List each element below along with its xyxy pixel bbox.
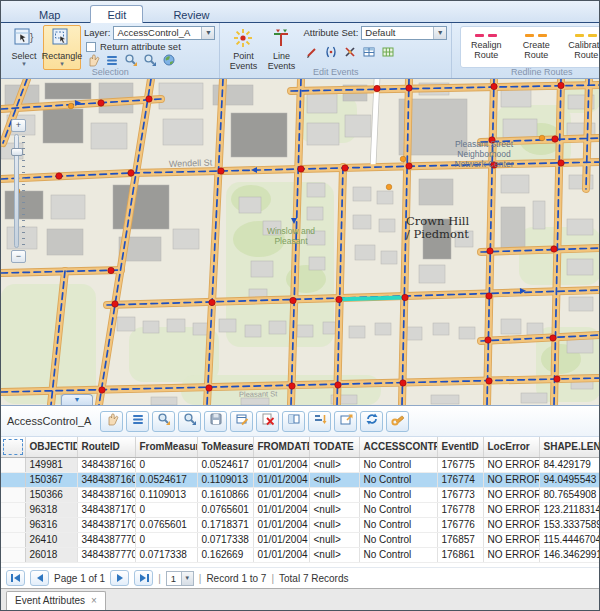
wrench-button[interactable]: [386, 411, 409, 432]
rectangle-tool-icon: [51, 28, 73, 50]
record-range-text: Record 1 to 7: [206, 573, 266, 584]
first-page-button[interactable]: [6, 570, 25, 586]
column-header[interactable]: RouteID: [77, 437, 135, 457]
layer-combobox[interactable]: AccessControl_A ▼: [113, 26, 215, 40]
column-header[interactable]: SHAPE.LEN: [539, 437, 600, 457]
row-selector[interactable]: [1, 472, 25, 487]
column-header[interactable]: ToMeasure: [197, 437, 253, 457]
column-header[interactable]: FROMDATE: [253, 437, 309, 457]
table-cell: No Control: [359, 517, 437, 532]
row-selector[interactable]: [1, 547, 25, 562]
table-cell: 34843877700: [77, 547, 135, 562]
last-page-button[interactable]: [134, 570, 153, 586]
zoom-in-button[interactable]: +: [11, 119, 26, 132]
column-header[interactable]: LocError: [483, 437, 539, 457]
refresh-button[interactable]: [360, 411, 383, 432]
hand-select-button[interactable]: [100, 411, 123, 432]
next-page-button[interactable]: [110, 570, 129, 586]
column-header[interactable]: ACCESSCONTROL: [359, 437, 437, 457]
select-all-header[interactable]: [1, 437, 25, 457]
point-events-icon: [233, 28, 253, 50]
table-cell: 0: [135, 532, 197, 547]
map-canvas[interactable]: Wendell St Pleasant Street Neighborhood …: [1, 79, 599, 405]
table-cell: 94.0495543: [539, 472, 600, 487]
table-row[interactable]: 150366348438716000.11090130.161086601/01…: [1, 487, 600, 502]
realign-route-button[interactable]: Realign Route: [461, 27, 511, 67]
table-cell: 01/01/2004: [253, 472, 309, 487]
table-row[interactable]: 1499813484387160000.052461701/01/2004<nu…: [1, 457, 600, 472]
prev-page-button[interactable]: [30, 570, 49, 586]
chevron-down-icon[interactable]: ▼: [181, 572, 193, 585]
save-button[interactable]: [204, 411, 227, 432]
edit-attributes-button[interactable]: [230, 411, 253, 432]
table-cell: 0.0765601: [197, 502, 253, 517]
svg-text:}: }: [30, 32, 34, 43]
event-attributes-tab[interactable]: Event Attributes ×: [6, 591, 106, 610]
rectangle-select-button[interactable]: Rectangle ▾: [43, 25, 81, 70]
table-cell: 34843877700: [77, 532, 135, 547]
table-cell: 0.1109013: [135, 487, 197, 502]
row-selector[interactable]: [1, 487, 25, 502]
green-grid-button[interactable]: [379, 46, 396, 62]
page-select[interactable]: 1 ▼: [166, 571, 194, 586]
hand-select-icon: [105, 412, 119, 430]
table-row[interactable]: 96316348438717000.07656010.171837101/01/…: [1, 517, 600, 532]
column-header[interactable]: OBJECTID: [25, 437, 77, 457]
zoom-out-button[interactable]: −: [11, 250, 26, 263]
tab-map[interactable]: Map: [23, 6, 76, 23]
table-row[interactable]: 26018348438777000.07173380.16266901/01/2…: [1, 547, 600, 562]
edit-sketch-button[interactable]: [303, 46, 320, 62]
sort-button[interactable]: [308, 411, 331, 432]
row-selector[interactable]: [1, 517, 25, 532]
clear-selection-button[interactable]: [256, 411, 279, 432]
columns-button[interactable]: [282, 411, 305, 432]
table-cell: 150367: [25, 472, 77, 487]
close-tab-icon[interactable]: ×: [91, 597, 97, 605]
mini-table-button[interactable]: [360, 46, 377, 62]
chevron-down-icon[interactable]: ▼: [433, 27, 446, 39]
return-attribute-set-checkbox[interactable]: [86, 42, 96, 52]
column-header[interactable]: FromMeasure: [135, 437, 197, 457]
table-row[interactable]: 963183484387170000.076560101/01/2004<nul…: [1, 502, 600, 517]
pan-to-selected-button[interactable]: [178, 411, 201, 432]
tab-review[interactable]: Review: [157, 6, 225, 23]
row-selector[interactable]: [1, 502, 25, 517]
table-cell: <null>: [309, 502, 359, 517]
popout-button[interactable]: [334, 411, 357, 432]
panel-collapse-tab[interactable]: ▼: [61, 394, 93, 405]
table-cell: NO ERROR: [483, 457, 539, 472]
table-cell: 26018: [25, 547, 77, 562]
table-cell: 0.1109013: [197, 472, 253, 487]
select-button[interactable]: } Select ▾: [5, 25, 43, 70]
zoom-slider-track[interactable]: [11, 132, 26, 250]
table-cell: 01/01/2004: [253, 487, 309, 502]
chevron-down-icon[interactable]: ▼: [201, 27, 214, 39]
table-cell: 176773: [437, 487, 483, 502]
map-label-bottom-street: Pleasant St: [239, 389, 278, 399]
svg-text:Pleasant Street: Pleasant Street: [455, 139, 514, 149]
map-label-network-center: Pleasant Street Neighborhood Network Cen…: [454, 139, 513, 169]
attribute-set-combobox[interactable]: Default ▼: [361, 26, 447, 40]
mini-table-icon: [362, 45, 376, 63]
svg-text:Winslow and: Winslow and: [267, 226, 315, 236]
table-cell: <null>: [309, 532, 359, 547]
table-row[interactable]: 264103484387770000.071733801/01/2004<nul…: [1, 532, 600, 547]
node-edit-button[interactable]: [322, 46, 339, 62]
row-selector[interactable]: [1, 457, 25, 472]
create-route-button[interactable]: Create Route: [511, 27, 561, 67]
pagination-bar: Page 1 of 1 | 1 ▼ | Record 1 to 7 | Tota…: [1, 567, 599, 588]
zoom-slider-handle[interactable]: [11, 148, 23, 156]
table-cell: 176861: [437, 547, 483, 562]
select-tool-icon: }: [13, 28, 35, 50]
table-cell: 26410: [25, 532, 77, 547]
split-event-button[interactable]: [341, 46, 358, 62]
table-row[interactable]: 150367348438716000.05246170.110901301/01…: [1, 472, 600, 487]
tab-edit[interactable]: Edit: [90, 5, 143, 23]
calibrate-route-button[interactable]: Calibrate Route: [561, 27, 600, 67]
show-list-button[interactable]: [126, 411, 149, 432]
column-header[interactable]: EventID: [437, 437, 483, 457]
row-selector[interactable]: [1, 532, 25, 547]
column-header[interactable]: TODATE: [309, 437, 359, 457]
table-cell: 150366: [25, 487, 77, 502]
zoom-to-selected-button[interactable]: [152, 411, 175, 432]
